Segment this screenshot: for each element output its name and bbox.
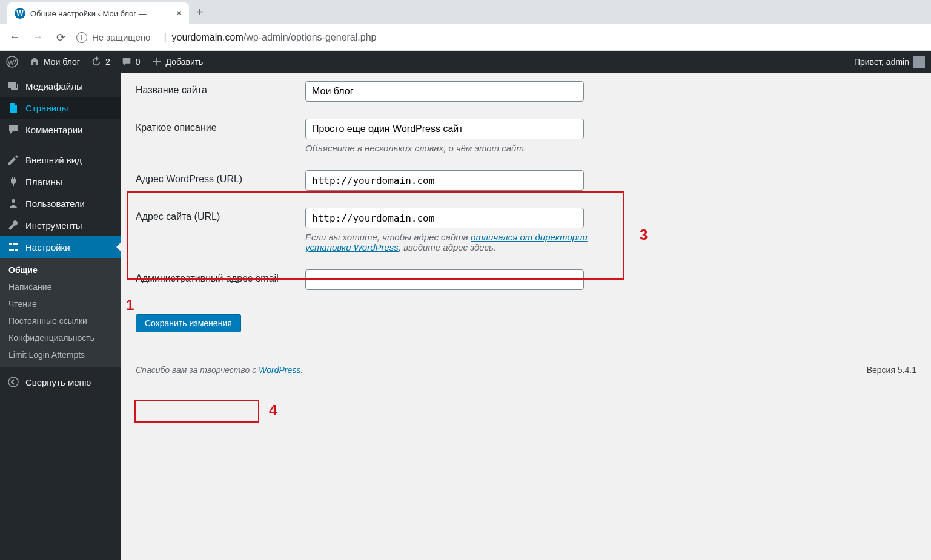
user-greeting[interactable]: Привет, admin xyxy=(854,56,925,68)
row-tagline: Краткое описание Объясните в нескольких … xyxy=(136,110,916,162)
annotation-4: 4 xyxy=(269,402,277,419)
tools-icon xyxy=(7,219,19,231)
svg-rect-4 xyxy=(9,249,14,251)
sidebar-item-plugins[interactable]: Плагины xyxy=(0,171,121,193)
sidebar-item-appearance[interactable]: Внешний вид xyxy=(0,149,121,171)
svg-rect-2 xyxy=(9,243,12,245)
site-title-input[interactable] xyxy=(305,81,584,102)
row-siteurl: Адрес сайта (URL) Если вы хотите, чтобы … xyxy=(136,199,916,261)
wp-favicon: W xyxy=(15,8,25,19)
add-new-link[interactable]: Добавить xyxy=(151,56,204,67)
wpurl-label: Адрес WordPress (URL) xyxy=(136,170,305,185)
siteurl-desc: Если вы хотите, чтобы адрес сайта отлича… xyxy=(305,232,620,252)
sidebar-label: Инструменты xyxy=(25,220,82,231)
submenu-privacy[interactable]: Конфиденциальность xyxy=(0,329,121,346)
new-tab-button[interactable]: + xyxy=(196,5,204,19)
security-indicator[interactable]: i Не защищено xyxy=(76,32,150,43)
submenu-reading[interactable]: Чтение xyxy=(0,295,121,312)
save-button[interactable]: Сохранить изменения xyxy=(136,314,241,332)
admin-sidebar: Медиафайлы Страницы Комментарии Внешний … xyxy=(0,73,121,560)
sidebar-label: Пользователи xyxy=(25,199,85,209)
collapse-menu[interactable]: Свернуть меню xyxy=(0,371,121,393)
annotation-box-4 xyxy=(134,400,259,423)
wp-adminbar: Мои блог 2 0 Добавить Привет, admin xyxy=(0,51,931,73)
svg-rect-3 xyxy=(13,243,18,245)
info-icon: i xyxy=(76,32,87,43)
tagline-input[interactable] xyxy=(305,119,584,139)
svg-rect-5 xyxy=(15,249,18,251)
collapse-icon xyxy=(7,376,19,388)
tab-bar: W Общие настройки ‹ Мои блог — × + xyxy=(0,0,931,24)
siteurl-input[interactable] xyxy=(305,208,584,228)
submenu-permalinks[interactable]: Постоянные ссылки xyxy=(0,312,121,329)
tagline-desc: Объясните в нескольких словах, о чём это… xyxy=(305,143,620,153)
sidebar-label: Плагины xyxy=(25,177,62,187)
sidebar-item-comments[interactable]: Комментарии xyxy=(0,119,121,140)
sidebar-item-settings[interactable]: Настройки xyxy=(0,236,121,258)
site-title-label: Название сайта xyxy=(136,81,305,96)
sidebar-label: Страницы xyxy=(25,103,68,113)
browser-chrome: W Общие настройки ‹ Мои блог — × + ← → ⟳… xyxy=(0,0,931,51)
row-admin-email: Административный адрес email xyxy=(136,261,916,298)
settings-submenu: Общие Написание Чтение Постоянные ссылки… xyxy=(0,258,121,367)
submenu-writing[interactable]: Написание xyxy=(0,278,121,295)
admin-email-input[interactable] xyxy=(305,269,584,290)
siteurl-label: Адрес сайта (URL) xyxy=(136,208,305,222)
sidebar-label: Настройки xyxy=(25,242,70,252)
forward-button[interactable]: → xyxy=(30,31,45,44)
sidebar-item-tools[interactable]: Инструменты xyxy=(0,214,121,236)
wordpress-link[interactable]: WordPress xyxy=(259,365,300,375)
wpurl-input[interactable] xyxy=(305,170,584,191)
back-button[interactable]: ← xyxy=(7,31,22,44)
sidebar-label: Медиафайлы xyxy=(25,81,83,91)
svg-point-6 xyxy=(8,377,18,387)
comments-icon xyxy=(7,124,19,136)
annotation-1: 1 xyxy=(126,297,134,314)
not-secure-label: Не защищено xyxy=(92,32,150,42)
sidebar-item-media[interactable]: Медиафайлы xyxy=(0,75,121,97)
settings-icon xyxy=(7,241,19,253)
sidebar-item-pages[interactable]: Страницы xyxy=(0,97,121,119)
site-link[interactable]: Мои блог xyxy=(29,56,80,67)
wp-logo[interactable] xyxy=(6,56,18,68)
tagline-label: Краткое описание xyxy=(136,119,305,133)
plugins-icon xyxy=(7,176,19,188)
users-icon xyxy=(7,197,19,209)
close-icon[interactable]: × xyxy=(176,8,182,19)
row-wpurl: Адрес WordPress (URL) xyxy=(136,162,916,199)
address-bar: ← → ⟳ i Не защищено | yourdomain.com/wp-… xyxy=(0,24,931,51)
appearance-icon xyxy=(7,154,19,166)
row-site-title: Название сайта xyxy=(136,73,916,110)
media-icon xyxy=(7,80,19,92)
avatar xyxy=(913,56,925,68)
submenu-limit-login[interactable]: Limit Login Attempts xyxy=(0,346,121,363)
submenu-general[interactable]: Общие xyxy=(0,262,121,278)
svg-point-1 xyxy=(12,199,15,203)
content-area: Название сайта Краткое описание Объяснит… xyxy=(121,73,931,560)
sidebar-label: Комментарии xyxy=(25,125,82,135)
browser-tab[interactable]: W Общие настройки ‹ Мои блог — × xyxy=(7,2,189,24)
sidebar-item-users[interactable]: Пользователи xyxy=(0,193,121,214)
wp-footer: Спасибо вам за творчество с WordPress. В… xyxy=(136,365,916,375)
pages-icon xyxy=(7,102,19,114)
sidebar-label: Внешний вид xyxy=(25,155,82,165)
tab-title: Общие настройки ‹ Мои блог — xyxy=(30,9,171,18)
updates-link[interactable]: 2 xyxy=(91,56,110,67)
url-display[interactable]: | yourdomain.com/wp-admin/options-genera… xyxy=(164,32,376,43)
sidebar-label: Свернуть меню xyxy=(25,377,91,387)
version-label: Версия 5.4.1 xyxy=(867,365,916,375)
reload-button[interactable]: ⟳ xyxy=(53,31,68,44)
comments-link[interactable]: 0 xyxy=(121,56,141,67)
admin-email-label: Административный адрес email xyxy=(136,269,305,284)
